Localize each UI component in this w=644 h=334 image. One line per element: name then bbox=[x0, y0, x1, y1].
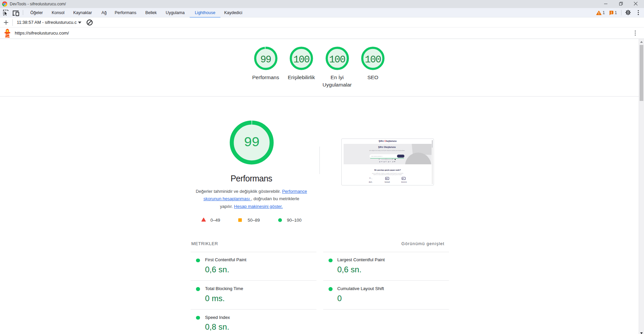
svg-text:**·..: **·.. bbox=[369, 177, 373, 179]
svg-text:a1.: a1. bbox=[386, 178, 388, 179]
svg-text:≥<: ≥< bbox=[402, 178, 404, 179]
